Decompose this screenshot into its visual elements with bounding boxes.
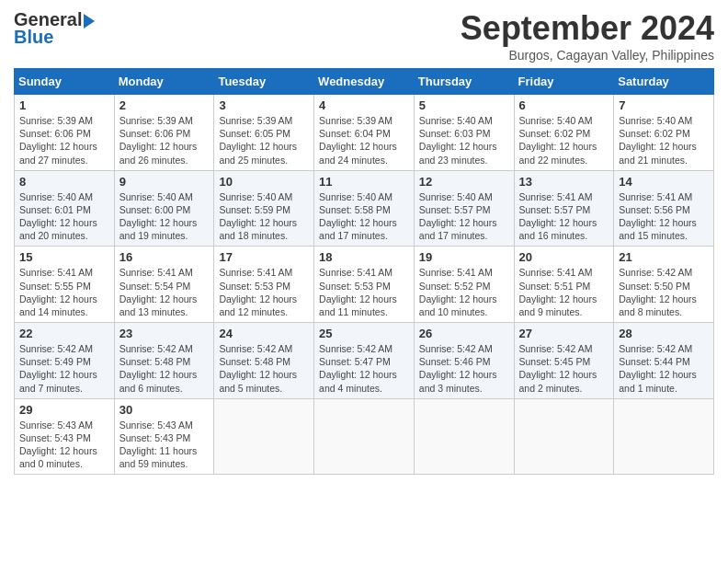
table-row: 24Sunrise: 5:42 AMSunset: 5:48 PMDayligh… <box>214 323 314 399</box>
table-row: 19Sunrise: 5:41 AMSunset: 5:52 PMDayligh… <box>414 247 514 323</box>
table-row <box>614 398 714 475</box>
table-row: 1Sunrise: 5:39 AMSunset: 6:06 PMDaylight… <box>15 95 115 171</box>
col-thursday: Thursday <box>414 69 514 95</box>
col-wednesday: Wednesday <box>314 69 415 95</box>
table-row: 11Sunrise: 5:40 AMSunset: 5:58 PMDayligh… <box>314 170 415 247</box>
table-row <box>314 398 415 475</box>
table-row: 16Sunrise: 5:41 AMSunset: 5:54 PMDayligh… <box>114 247 214 323</box>
table-row: 28Sunrise: 5:42 AMSunset: 5:44 PMDayligh… <box>614 323 714 399</box>
table-row: 22Sunrise: 5:42 AMSunset: 5:49 PMDayligh… <box>15 323 115 399</box>
col-friday: Friday <box>514 69 614 95</box>
month-title: September 2024 <box>461 9 714 48</box>
location-subtitle: Burgos, Cagayan Valley, Philippines <box>461 48 714 63</box>
table-row: 7Sunrise: 5:40 AMSunset: 6:02 PMDaylight… <box>614 95 714 171</box>
table-row <box>414 398 514 475</box>
table-row: 10Sunrise: 5:40 AMSunset: 5:59 PMDayligh… <box>214 170 314 247</box>
table-row: 23Sunrise: 5:42 AMSunset: 5:48 PMDayligh… <box>114 323 214 399</box>
logo-text-blue: Blue <box>14 27 53 48</box>
table-row: 9Sunrise: 5:40 AMSunset: 6:00 PMDaylight… <box>114 170 214 247</box>
table-row: 21Sunrise: 5:42 AMSunset: 5:50 PMDayligh… <box>614 247 714 323</box>
table-row: 3Sunrise: 5:39 AMSunset: 6:05 PMDaylight… <box>214 95 314 171</box>
table-row: 26Sunrise: 5:42 AMSunset: 5:46 PMDayligh… <box>414 323 514 399</box>
calendar-row-2: 8Sunrise: 5:40 AMSunset: 6:01 PMDaylight… <box>15 170 714 247</box>
table-row: 20Sunrise: 5:41 AMSunset: 5:51 PMDayligh… <box>514 247 614 323</box>
table-row <box>214 398 314 475</box>
table-row: 18Sunrise: 5:41 AMSunset: 5:53 PMDayligh… <box>314 247 415 323</box>
table-row: 17Sunrise: 5:41 AMSunset: 5:53 PMDayligh… <box>214 247 314 323</box>
col-saturday: Saturday <box>614 69 714 95</box>
table-row: 27Sunrise: 5:42 AMSunset: 5:45 PMDayligh… <box>514 323 614 399</box>
logo: General Blue <box>14 9 95 48</box>
table-row: 5Sunrise: 5:40 AMSunset: 6:03 PMDaylight… <box>414 95 514 171</box>
calendar-table: Sunday Monday Tuesday Wednesday Thursday… <box>14 68 714 475</box>
table-row: 4Sunrise: 5:39 AMSunset: 6:04 PMDaylight… <box>314 95 415 171</box>
table-row: 30Sunrise: 5:43 AMSunset: 5:43 PMDayligh… <box>114 398 214 475</box>
table-row: 8Sunrise: 5:40 AMSunset: 6:01 PMDaylight… <box>15 170 115 247</box>
col-tuesday: Tuesday <box>214 69 314 95</box>
calendar-row-1: 1Sunrise: 5:39 AMSunset: 6:06 PMDaylight… <box>15 95 714 171</box>
table-row: 14Sunrise: 5:41 AMSunset: 5:56 PMDayligh… <box>614 170 714 247</box>
calendar-row-3: 15Sunrise: 5:41 AMSunset: 5:55 PMDayligh… <box>15 247 714 323</box>
table-row: 13Sunrise: 5:41 AMSunset: 5:57 PMDayligh… <box>514 170 614 247</box>
calendar-row-4: 22Sunrise: 5:42 AMSunset: 5:49 PMDayligh… <box>15 323 714 399</box>
col-monday: Monday <box>114 69 214 95</box>
table-row: 29Sunrise: 5:43 AMSunset: 5:43 PMDayligh… <box>15 398 115 475</box>
logo-arrow-icon <box>84 14 95 29</box>
title-area: September 2024 Burgos, Cagayan Valley, P… <box>461 9 714 63</box>
page-header: General Blue September 2024 Burgos, Caga… <box>14 9 714 63</box>
col-sunday: Sunday <box>15 69 115 95</box>
calendar-header-row: Sunday Monday Tuesday Wednesday Thursday… <box>15 69 714 95</box>
table-row <box>514 398 614 475</box>
calendar-row-5: 29Sunrise: 5:43 AMSunset: 5:43 PMDayligh… <box>15 398 714 475</box>
table-row: 12Sunrise: 5:40 AMSunset: 5:57 PMDayligh… <box>414 170 514 247</box>
table-row: 15Sunrise: 5:41 AMSunset: 5:55 PMDayligh… <box>15 247 115 323</box>
table-row: 25Sunrise: 5:42 AMSunset: 5:47 PMDayligh… <box>314 323 415 399</box>
table-row: 6Sunrise: 5:40 AMSunset: 6:02 PMDaylight… <box>514 95 614 171</box>
table-row: 2Sunrise: 5:39 AMSunset: 6:06 PMDaylight… <box>114 95 214 171</box>
